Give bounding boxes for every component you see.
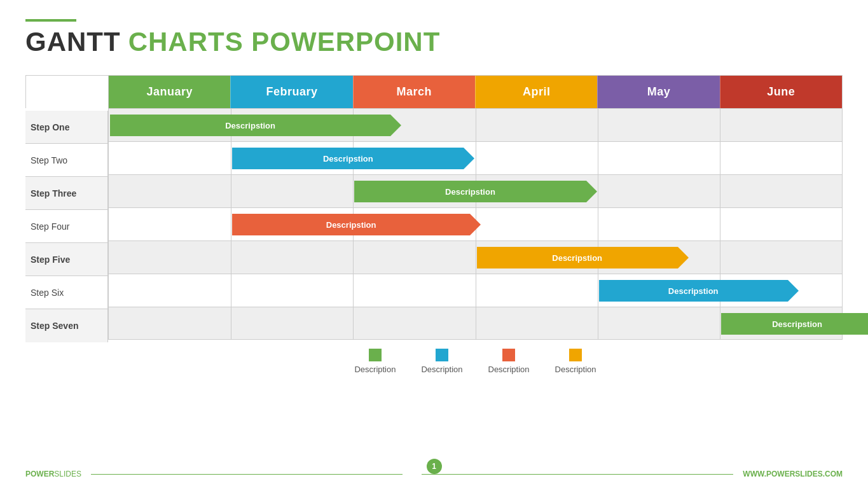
footer-line-left: [91, 474, 403, 475]
month-june: June: [720, 76, 842, 108]
header-accent-line: [25, 19, 76, 22]
month-april: April: [475, 76, 597, 108]
footer-line-right: [422, 474, 733, 475]
legend-label-3: Description: [488, 365, 530, 374]
legend-item-1: Description: [354, 349, 396, 374]
chart-area: January February March April May June De…: [25, 75, 843, 340]
step-row-4: Descripstion: [108, 207, 843, 241]
legend-item-4: Description: [555, 349, 596, 374]
corner-cell: [25, 75, 108, 108]
step-row-6: Descripstion: [108, 274, 843, 307]
legend-label-1: Description: [354, 365, 396, 374]
footer-url: WWW.POWERSLIDES.COM: [743, 470, 843, 478]
page-container: GANTT CHARTS POWERPOINT January February…: [0, 0, 868, 488]
month-may: May: [597, 76, 719, 108]
step-row-7: Descripstion: [108, 307, 843, 340]
legend-label-4: Description: [555, 365, 596, 374]
legend-item-2: Description: [421, 349, 462, 374]
bar-step7: Descripstion: [721, 313, 868, 335]
legend-label-2: Description: [421, 365, 462, 374]
legend-color-4: [569, 349, 582, 361]
step-row-2: Descripstion: [108, 141, 843, 174]
legend-row: Description Description Description Desc…: [108, 349, 843, 374]
bar-step2: Descripstion: [232, 148, 464, 169]
bar-step3: Descripstion: [354, 181, 586, 202]
legend-color-2: [436, 349, 448, 361]
bar-step4: Descripstion: [232, 214, 470, 235]
legend-color-1: [369, 349, 382, 361]
month-march: March: [353, 76, 475, 108]
month-january: January: [109, 76, 230, 108]
footer-brand: POWERSLIDES: [25, 470, 81, 478]
footer-page-badge: 1: [427, 459, 442, 474]
bar-step1: Descripstion: [110, 115, 390, 136]
legend-color-3: [502, 349, 515, 361]
title-row: GANTT CHARTS POWERPOINT: [25, 27, 843, 57]
month-february: February: [230, 76, 352, 108]
months-row: January February March April May June: [108, 75, 843, 108]
step-row-3: Descripstion: [108, 174, 843, 207]
grid-main: January February March April May June De…: [108, 75, 843, 340]
step-row-1: Descripstion: [108, 108, 843, 141]
title-gantt: GANTT: [25, 27, 121, 57]
footer: POWERSLIDES 1 WWW.POWERSLIDES.COM: [25, 470, 843, 478]
bar-step5: Descripstion: [477, 247, 678, 268]
bar-step6: Descripstion: [599, 280, 788, 302]
step-row-5: Descripstion: [108, 241, 843, 274]
legend-item-3: Description: [488, 349, 530, 374]
title-rest: CHARTS POWERPOINT: [128, 27, 441, 57]
